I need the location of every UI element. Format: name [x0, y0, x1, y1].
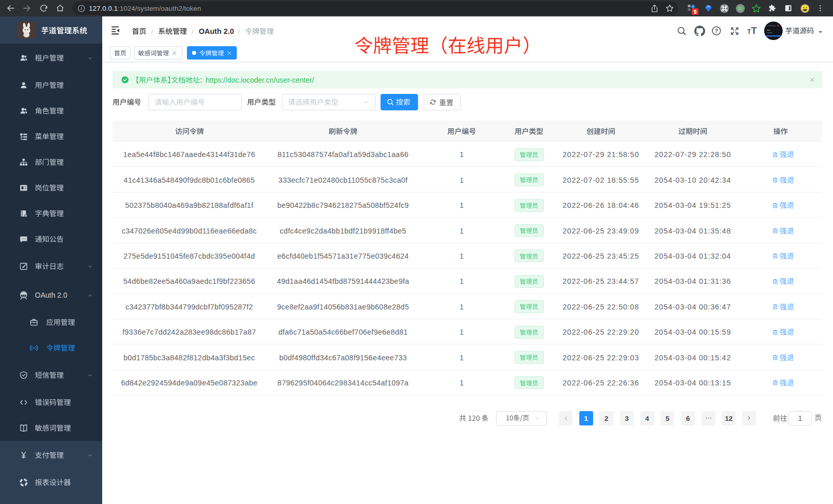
svg-text:?: ? [715, 28, 718, 34]
